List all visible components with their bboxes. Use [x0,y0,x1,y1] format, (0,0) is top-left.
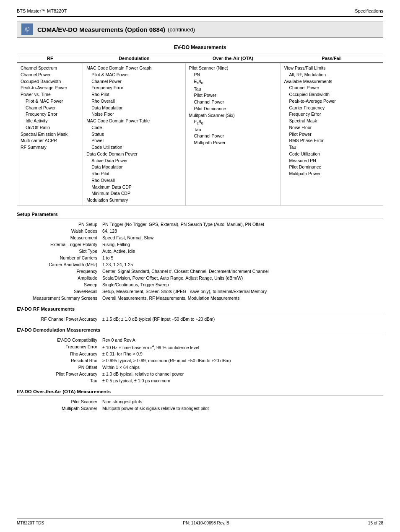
pf-item: Channel Power [284,85,379,91]
demod-item: Code Utilization [86,144,182,151]
page-footer: MT8220T TDS PN: 11410-00698 Rev. B 15 of… [17,519,383,525]
evdo-section-title: EV-DO Measurements [17,44,383,50]
col-header-rf: RF [17,54,83,63]
demod-item: Rho Pilot [86,171,182,177]
param-label: Walsh Codes [17,228,101,234]
ota-meas-table: Pilot ScannerNine strongest pilotsMultip… [17,398,383,412]
param-value: Rev 0 and Rev A [101,337,383,343]
param-value: Speed Fast, Normal, Slow [101,234,383,241]
pf-item: Noise Floor [284,125,379,131]
param-row: Residual Rho> 0.995 typical, > 0.99, max… [17,357,383,364]
footer-left: MT8220T TDS [17,521,44,525]
param-row: EV-DO CompatibilityRev 0 and Rev A [17,337,383,343]
demod-item: Rho Pilot [86,91,182,98]
demod-col: MAC Code Domain Power Graph Pilot & MAC … [83,63,185,205]
demod-item: Data Modulation [86,164,182,171]
title-bar: © CDMA/EV-DO Measurements (Option 0884) … [17,21,383,38]
param-value: Within 1 × 64 chips [101,364,383,371]
rf-item: Multi-carrier ACPR [21,138,79,144]
param-label: Amplitude [17,275,101,281]
title-sub: (continued) [168,26,195,33]
param-label: Frequency [17,268,101,275]
rf-item: Pilot & MAC Power [21,98,79,105]
rf-item: Idle Activity [21,118,79,125]
demod-item: Pilot & MAC Power [86,72,182,78]
demod-item: Noise Floor [86,111,182,118]
pf-item: Pilot Power [284,131,379,138]
ota-item: Pilot Dominance [189,106,277,112]
demod-item: Channel Power [86,78,182,85]
setup-params-title: Setup Parameters [17,212,383,218]
ota-item: Pilot Power [189,92,277,99]
ota-meas-title: EV-DO Over-the-Air (OTA) Measurements [17,389,383,396]
page: BTS Master™ MT8220T Specifications © CDM… [0,0,400,532]
param-value: Nine strongest pilots [101,398,383,405]
demod-meas-title: EV-DO Demodulation Measurements [17,327,383,334]
pf-item: Mulitpath Power [284,171,379,177]
rf-item: Channel Spectrum [21,65,79,72]
param-row: PN SetupPN Trigger (No Trigger, GPS, Ext… [17,221,383,228]
param-label: Carrier Bandwidth (MHz) [17,261,101,268]
pf-item: All, RF, Modulation [284,72,379,78]
rf-item: Power vs. Time [21,91,79,98]
demod-meas-section: EV-DO Demodulation Measurements EV-DO Co… [17,327,383,384]
page-header: BTS Master™ MT8220T Specifications [17,8,383,17]
param-row: Pilot Power Accuracy± 1.0 dB typical, re… [17,371,383,377]
rf-item: Frequency Error [21,111,79,118]
param-row: Rho Accuracy± 0.01, for Rho > 0.9 [17,350,383,357]
param-value: 64, 128 [101,228,383,234]
param-value: PN Trigger (No Trigger, GPS, External), … [101,221,383,228]
ota-item: Ec/I0 [189,78,277,86]
ota-meas-section: EV-DO Over-the-Air (OTA) Measurements Pi… [17,389,383,412]
param-label: Sweep [17,281,101,288]
pf-item: Measured PN [284,158,379,164]
pf-item: Occupied Bandwidth [284,91,379,98]
demod-item: Code [86,125,182,131]
demod-item: Rho Overall [86,177,182,184]
param-label: RF Channel Power Accuracy [17,316,101,322]
ota-item: Channel Power [189,99,277,106]
param-label: Save/Recall [17,288,101,295]
pf-item: Tau [284,144,379,151]
ota-item: Channel Power [189,133,277,140]
ota-item: PN [189,72,277,78]
param-row: Multipath ScannerMultipath power of six … [17,405,383,412]
param-row: Pilot ScannerNine strongest pilots [17,398,383,405]
param-row: RF Channel Power Accuracy± 1.5 dB; ± 1.0… [17,316,383,322]
pf-item: Pilot Dominance [284,164,379,171]
ota-item: Tau [189,86,277,93]
param-label: Residual Rho [17,357,101,364]
measurements-table: RF Demodulation Over-the-Air (OTA) Pass/… [17,54,383,206]
param-label: Measurement [17,234,101,241]
demod-item: Active Data Power [86,158,182,164]
param-label: External Trigger Polarity [17,241,101,248]
param-value: Rising, Falling [101,241,383,248]
param-value: ± 1.5 dB; ± 1.0 dB typical (RF input −50… [101,316,383,322]
rf-item: Spectral Emission Mask [21,131,79,138]
footer-center: PN: 11410-00698 Rev. B [183,521,229,525]
param-label: Slot Type [17,248,101,254]
ota-item: Ec/I0 [189,119,277,126]
pf-item: Carrier Frequency [284,105,379,112]
pf-item: Spectral Mask [284,118,379,125]
param-row: External Trigger PolarityRising, Falling [17,241,383,248]
demod-item: MAC Code Domain Power Table [86,118,182,125]
param-row: Save/RecallSetup, Measurement, Screen Sh… [17,288,383,295]
param-row: Carrier Bandwidth (MHz)1.23, 1.24, 1.25 [17,261,383,268]
pf-item: Frequency Error [284,111,379,118]
pf-item: View Pass/Fail Limits [284,65,379,72]
param-label: Pilot Scanner [17,398,101,405]
rf-item: Occupied Bandwidth [21,78,79,85]
pf-col: View Pass/Fail Limits All, RF, Modulatio… [281,63,383,205]
param-value: 1.23, 1.24, 1.25 [101,261,383,268]
title-icon: © [21,23,33,35]
title-main: CDMA/EV-DO Measurements (Option 0884) [37,26,165,33]
col-header-demod: Demodulation [83,54,185,63]
param-row: FrequencyCenter, Signal Standard, Channe… [17,268,383,275]
param-label: Multipath Scanner [17,405,101,412]
param-value: Auto, Active, Idle [101,248,383,254]
rf-item: Channel Power [21,72,79,78]
demod-item: Data Code Domain Power [86,151,182,158]
header-right: Specifications [355,8,383,13]
demod-item: Maximum Data CDP [86,184,182,191]
